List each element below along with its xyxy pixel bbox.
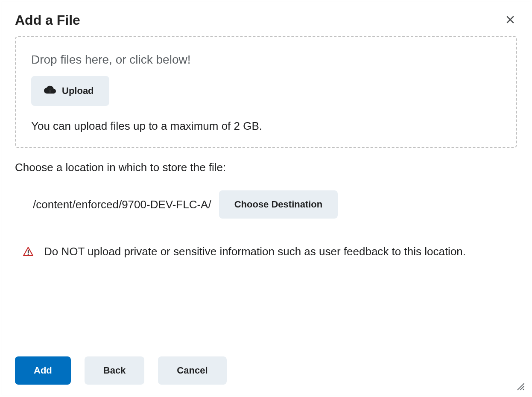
dialog-header: Add a File [2, 2, 530, 36]
location-path: /content/enforced/9700-DEV-FLC-A/ [33, 198, 211, 211]
add-file-dialog: Add a File Drop files here, or click bel… [2, 2, 530, 395]
dialog-footer: Add Back Cancel [15, 356, 517, 385]
close-icon [505, 15, 515, 26]
choose-destination-button[interactable]: Choose Destination [219, 190, 338, 219]
cancel-button[interactable]: Cancel [158, 356, 226, 385]
location-label: Choose a location in which to store the … [15, 161, 517, 174]
file-dropzone[interactable]: Drop files here, or click below! Upload … [15, 36, 517, 148]
max-size-text: You can upload files up to a maximum of … [31, 120, 501, 133]
warning-icon [23, 246, 34, 259]
upload-icon [44, 84, 56, 98]
warning-text: Do NOT upload private or sensitive infor… [44, 242, 466, 261]
dialog-body: Drop files here, or click below! Upload … [2, 36, 530, 261]
svg-point-3 [28, 254, 29, 255]
upload-button-label: Upload [62, 85, 94, 96]
back-button[interactable]: Back [85, 356, 145, 385]
warning-row: Do NOT upload private or sensitive infor… [23, 242, 517, 261]
upload-button[interactable]: Upload [31, 76, 109, 106]
svg-line-6 [523, 389, 524, 390]
location-row: /content/enforced/9700-DEV-FLC-A/ Choose… [33, 190, 517, 219]
dropzone-instruction: Drop files here, or click below! [31, 53, 501, 67]
close-button[interactable] [503, 13, 517, 28]
dialog-title: Add a File [15, 12, 80, 28]
add-button[interactable]: Add [15, 356, 71, 385]
resize-handle[interactable] [515, 381, 525, 391]
